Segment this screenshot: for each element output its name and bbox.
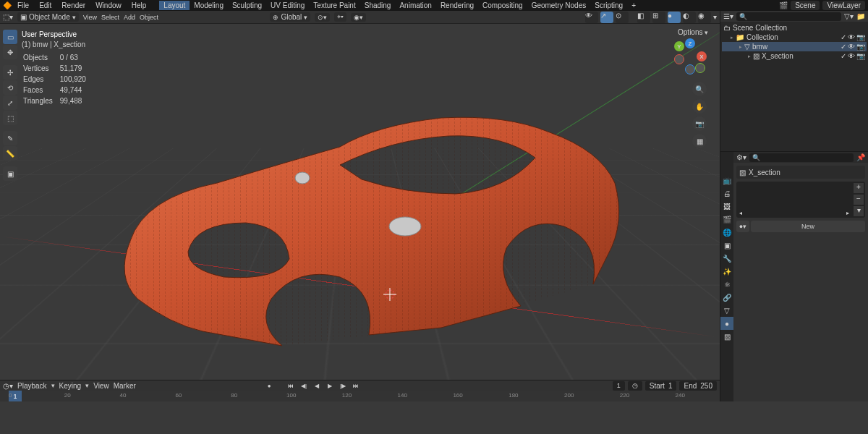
material-slot-list[interactable]: + − ▾ ◂ ▸ [736, 182, 865, 218]
tool-select[interactable]: ▭ [3, 30, 17, 44]
vp-menu-select[interactable]: Select [101, 14, 119, 21]
keyframe-next-button[interactable]: |▶ [337, 381, 349, 390]
tree-item[interactable]: ▸📁Collection ✓👁📷 [722, 33, 867, 42]
proptab-material[interactable]: ● [720, 317, 733, 330]
tool-scale[interactable]: ⤢ [3, 95, 17, 110]
proptab-output[interactable]: 🖨 [720, 187, 733, 200]
proptab-particles[interactable]: ✨ [720, 265, 733, 278]
proptab-object[interactable]: ▣ [720, 239, 733, 252]
restrict-select-icon[interactable]: ✓ [841, 33, 846, 41]
restrict-select-icon[interactable]: ✓ [841, 43, 846, 51]
tab-scripting[interactable]: Scripting [590, 1, 627, 10]
tree-item[interactable]: ▸▨X_section ✓👁📷 [722, 51, 867, 61]
shading-wireframe[interactable]: ⊞ [652, 12, 665, 23]
orientation-selector[interactable]: ⊕ Global ▾ [270, 12, 310, 22]
slot-menu-button[interactable]: ▾ [854, 206, 864, 216]
snap-toggle[interactable]: ⌖▾ [334, 12, 346, 22]
current-frame-field[interactable]: 1 [613, 381, 625, 391]
viewport-3d[interactable]: Options ▾ [0, 24, 720, 380]
timeline-track[interactable]: 1 020406080100120140160180200220240 [0, 391, 720, 401]
jump-end-button[interactable]: ⏭ [350, 381, 362, 390]
disable-render-icon[interactable]: 📷 [856, 43, 865, 51]
material-browse-button[interactable]: ●▾ [736, 221, 749, 232]
proptab-scene[interactable]: 🎬 [720, 213, 733, 226]
restrict-select-icon[interactable]: ✓ [841, 52, 846, 60]
proptab-modifiers[interactable]: 🔧 [720, 252, 733, 265]
gizmo-y-icon[interactable]: Y [674, 41, 684, 51]
disclosure-icon[interactable]: ▸ [731, 35, 733, 41]
tool-rotate[interactable]: ⟲ [3, 80, 17, 95]
shading-material[interactable]: ◐ [683, 12, 696, 23]
disable-render-icon[interactable]: 📷 [856, 33, 865, 41]
tl-menu-playback[interactable]: Playback [17, 382, 47, 390]
outliner-new-collection-icon[interactable]: 📁 [856, 12, 865, 20]
jump-start-button[interactable]: ⏮ [285, 381, 297, 390]
menu-file[interactable]: File [13, 1, 33, 10]
zoom-icon[interactable]: 🔍 [692, 82, 707, 96]
gizmo-z-icon[interactable]: Z [685, 38, 695, 48]
autokey-toggle[interactable]: ● [263, 381, 275, 390]
proptab-texture[interactable]: ▨ [720, 330, 733, 343]
disclosure-icon[interactable]: ▸ [739, 44, 742, 50]
gizmo-neg-z-icon[interactable] [685, 64, 695, 75]
persp-ortho-icon[interactable]: ▦ [692, 134, 707, 148]
tab-layout[interactable]: Layout [159, 1, 190, 10]
pivot-selector[interactable]: ⊙▾ [315, 13, 330, 22]
disable-render-icon[interactable]: 📷 [856, 52, 865, 60]
tab-animation[interactable]: Animation [395, 1, 435, 10]
proptab-render[interactable]: 📺 [720, 174, 733, 187]
tab-compositing[interactable]: Compositing [478, 1, 527, 10]
proptab-data[interactable]: ▽ [720, 304, 733, 317]
hide-viewport-icon[interactable]: 👁 [848, 33, 855, 41]
hide-viewport-icon[interactable]: 👁 [848, 43, 855, 51]
shading-rendered[interactable]: ◉ [698, 12, 711, 23]
menu-render[interactable]: Render [57, 1, 90, 10]
tab-shading[interactable]: Shading [360, 1, 396, 10]
tool-cursor[interactable]: ✥ [3, 45, 17, 59]
proptab-constraints[interactable]: 🔗 [720, 291, 733, 304]
menu-window[interactable]: Window [91, 1, 126, 10]
datapath-breadcrumb[interactable]: ▨ X_section [736, 166, 865, 179]
start-frame-field[interactable]: Start 1 [645, 381, 677, 391]
proportional-toggle[interactable]: ◉▾ [351, 13, 366, 22]
play-button[interactable]: ▶ [324, 381, 336, 390]
mode-selector[interactable]: ▣ Object Mode ▾ [17, 12, 79, 22]
proptab-viewlayer[interactable]: 🖼 [720, 200, 733, 213]
tab-modeling[interactable]: Modeling [190, 1, 228, 10]
tab-texturepaint[interactable]: Texture Paint [309, 1, 359, 10]
tab-add[interactable]: + [627, 1, 640, 10]
play-reverse-button[interactable]: ◀ [311, 381, 323, 390]
viewport-options[interactable]: Options ▾ [673, 27, 712, 38]
tree-scene-collection[interactable]: 🗀 Scene Collection [722, 23, 867, 33]
tl-menu-marker[interactable]: Marker [114, 382, 136, 390]
gizmo-toggle[interactable]: ↗ [600, 12, 613, 23]
visibility-toggle[interactable]: 👁 [585, 12, 598, 23]
editor-type-icon[interactable]: ⬚▾ [3, 13, 13, 21]
vp-menu-view[interactable]: View [83, 14, 97, 21]
overlay-toggle[interactable]: ⊙ [616, 12, 629, 23]
props-editor-icon[interactable]: ⚙▾ [736, 153, 746, 161]
keyframe-prev-button[interactable]: ◀| [298, 381, 310, 390]
scene-field[interactable]: Scene [791, 1, 820, 10]
tool-annotate[interactable]: ✎ [3, 131, 17, 145]
camera-icon[interactable]: 📷 [692, 116, 707, 131]
shading-solid[interactable]: ● [668, 12, 681, 23]
tool-addcube[interactable]: ▣ [3, 166, 17, 181]
outliner-search[interactable]: 🔍 [736, 12, 841, 21]
end-frame-field[interactable]: End 250 [679, 381, 717, 391]
tool-move[interactable]: ✢ [3, 65, 17, 80]
gizmo-neg-x-icon[interactable] [674, 54, 684, 64]
slot-scroll-right[interactable]: ▸ [846, 210, 849, 216]
tool-transform[interactable]: ⬚ [3, 111, 17, 125]
outliner-editor-icon[interactable]: ☰▾ [723, 12, 733, 20]
tab-geonodes[interactable]: Geometry Nodes [527, 1, 591, 10]
props-search[interactable]: 🔍 [749, 153, 854, 162]
material-new-button[interactable]: New [751, 221, 865, 232]
tl-menu-keying[interactable]: Keying [59, 382, 82, 390]
navigation-gizmo[interactable]: X Y Z [672, 38, 708, 75]
slot-scroll-left[interactable]: ◂ [739, 210, 742, 216]
disclosure-icon[interactable]: ▸ [748, 54, 751, 59]
xray-toggle[interactable]: ◧ [637, 12, 650, 23]
props-pin-icon[interactable]: 📌 [856, 153, 865, 161]
slot-add-button[interactable]: + [854, 183, 864, 193]
